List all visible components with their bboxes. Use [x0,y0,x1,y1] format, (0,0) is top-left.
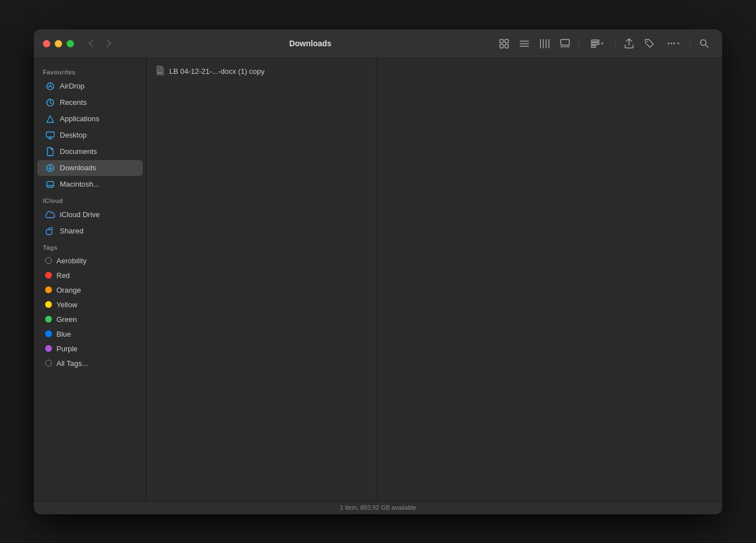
svg-line-23 [706,45,709,48]
sidebar-item-shared[interactable]: Shared [37,223,143,239]
svg-point-20 [670,43,672,45]
svg-point-24 [47,83,54,90]
sidebar-item-applications[interactable]: Applications [37,111,143,127]
tag-yellow-icon [45,301,52,308]
downloads-icon [45,163,55,173]
traffic-lights [43,40,74,47]
titlebar: Downloads [34,29,722,59]
sidebar-item-icloud-drive[interactable]: iCloud Drive [37,207,143,223]
sidebar-item-tag-orange[interactable]: Orange [37,283,143,297]
sidebar-item-tag-green[interactable]: Green [37,312,143,326]
forward-button[interactable] [101,36,117,51]
svg-rect-2 [500,45,503,48]
sidebar-item-documents[interactable]: Documents [37,144,143,160]
sidebar-item-tag-purple[interactable]: Purple [37,342,143,356]
recents-icon [45,98,55,108]
svg-rect-16 [591,43,599,45]
svg-rect-34 [46,229,52,235]
tag-orange-label: Orange [56,286,81,294]
airdrop-icon [45,81,55,91]
sidebar: Favourites AirDrop Recents [34,59,147,501]
group-button[interactable]: ▾ [583,36,610,51]
sidebar-item-tag-yellow[interactable]: Yellow [37,298,143,312]
tag-purple-icon [45,345,52,352]
svg-rect-26 [46,132,54,137]
toolbar-sep-3 [690,38,691,49]
status-text: 1 item, 893,92 GB available [340,504,416,511]
sidebar-item-tag-aerobility[interactable]: Aerobility [37,254,143,268]
favourites-section-label: Favourites [34,64,146,78]
documents-label: Documents [60,147,97,156]
desktop-icon [45,130,55,140]
finder-window: Downloads [34,29,722,514]
tag-aerobility-icon [45,257,52,264]
svg-rect-11 [561,39,569,45]
sidebar-item-macintosh[interactable]: Macintosh... [37,176,143,192]
tag-red-icon [45,272,52,279]
desktop-label: Desktop [60,131,87,139]
toolbar-sep-2 [615,38,616,49]
downloads-pane: docx LB 04-12-21-...-docx (1) copy [147,59,377,501]
documents-icon [45,147,55,157]
nav-buttons [83,36,117,51]
share-button[interactable] [620,36,638,51]
sidebar-item-tag-all[interactable]: All Tags... [37,356,143,370]
sidebar-item-tag-red[interactable]: Red [37,268,143,282]
tag-orange-icon [45,286,52,293]
sidebar-item-recents[interactable]: Recents [37,95,143,111]
status-bar: 1 item, 893,92 GB available [34,501,722,514]
svg-rect-15 [591,40,599,42]
airdrop-label: AirDrop [60,82,85,90]
group-arrow: ▾ [601,41,604,46]
tag-blue-icon [45,330,52,337]
icloud-drive-label: iCloud Drive [60,210,100,219]
tag-button[interactable] [640,36,658,51]
view-icon-grid-button[interactable] [495,36,513,51]
svg-point-18 [647,41,648,42]
view-icon-list-button[interactable] [515,36,533,51]
tag-red-label: Red [56,271,70,280]
sidebar-item-downloads[interactable]: Downloads [37,160,143,176]
harddrive-icon [45,179,55,189]
file-name: LB 04-12-21-...-docx (1) copy [169,67,265,76]
close-button[interactable] [43,40,50,47]
svg-point-33 [52,186,53,187]
tag-purple-label: Purple [56,345,78,353]
applications-label: Applications [60,114,99,123]
svg-text:docx: docx [157,71,162,74]
tag-yellow-label: Yellow [56,301,77,309]
svg-rect-1 [505,39,508,43]
search-button[interactable] [695,36,713,51]
svg-point-21 [673,43,675,45]
file-item[interactable]: docx LB 04-12-21-...-docx (1) copy [151,63,372,80]
icloud-icon [45,210,55,220]
sidebar-item-tag-blue[interactable]: Blue [37,327,143,341]
minimize-button[interactable] [55,40,62,47]
more-arrow: ▾ [677,41,680,46]
maximize-button[interactable] [67,40,74,47]
downloads-label: Downloads [60,164,96,172]
tag-all-icon [45,360,52,367]
file-area: docx LB 04-12-21-...-docx (1) copy [147,59,722,501]
file-icon: docx [156,65,165,78]
view-icon-gallery-button[interactable] [556,36,574,51]
tags-section-label: Tags [34,240,146,253]
toolbar-sep-1 [578,38,579,49]
sidebar-item-airdrop[interactable]: AirDrop [37,78,143,94]
more-button[interactable]: ▾ [661,36,685,51]
tag-all-label: All Tags... [56,359,88,368]
file-list: docx LB 04-12-21-...-docx (1) copy [147,59,377,501]
view-icon-column-button[interactable] [535,36,553,51]
icloud-section-label: iCloud [34,193,146,206]
macintosh-label: Macintosh... [60,180,99,188]
shared-label: Shared [60,227,83,235]
tag-green-label: Green [56,315,77,324]
svg-rect-0 [500,39,503,43]
back-button[interactable] [83,36,99,51]
shared-icon [45,226,55,236]
content-area: Favourites AirDrop Recents [34,59,722,501]
toolbar-actions: ▾ ▾ [495,36,713,51]
tag-blue-label: Blue [56,330,71,338]
sidebar-item-desktop[interactable]: Desktop [37,127,143,143]
window-title: Downloads [126,39,495,48]
